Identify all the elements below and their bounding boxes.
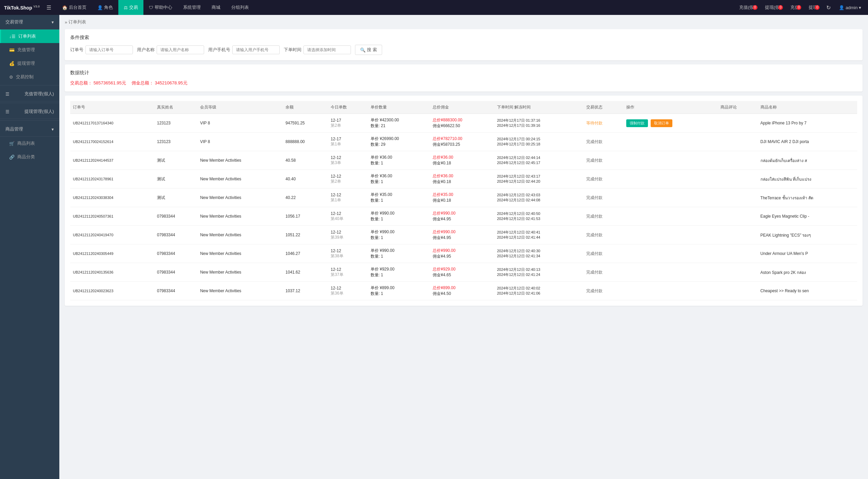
cancel-order-button[interactable]: 取消订单 (651, 119, 672, 127)
home-icon: 🏠 (62, 5, 67, 10)
cell-status: 完成付款 (584, 226, 623, 244)
col-total-commission: 总价佣金 (430, 101, 494, 114)
nav-item-shop[interactable]: 商城 (206, 0, 226, 15)
cell-real-name: 07983344 (154, 226, 197, 244)
cell-status: 完成付款 (584, 244, 623, 263)
cell-daily: 12-12第39单 (328, 226, 368, 244)
cell-total-commission: 总价¥990.00佣金¥4.95 (430, 207, 494, 226)
cell-daily: 12-12第2单 (328, 170, 368, 188)
sidebar-item-trade-control[interactable]: ⚙ 交易控制 (0, 70, 59, 84)
admin-btn[interactable]: 👤 admin ▾ (836, 5, 864, 10)
sidebar-item-product-list[interactable]: 🛒 商品列表 (0, 137, 59, 150)
cell-comment (718, 207, 757, 226)
username-input[interactable] (157, 45, 204, 54)
order-list-icon: ↓☰ (9, 34, 16, 39)
cell-time: 2024年12月12日 02:40:412024年12月12日 02:41:44 (494, 226, 584, 244)
table-body: UB24121170137164340 123123 VIP 8 947591.… (70, 114, 857, 300)
cell-vip: New Member Activities (197, 207, 283, 226)
cell-unit-qty: 单价 ¥42300.00数量: 21 (368, 114, 430, 133)
cell-balance: 40.22 (283, 188, 328, 207)
withdraw-btn[interactable]: 提现 0 (805, 4, 821, 11)
cell-actions (624, 263, 718, 282)
cell-unit-qty: 单价 ¥26990.00数量: 29 (368, 133, 430, 151)
phone-label: 用户手机号 (208, 47, 230, 53)
sidebar-group-withdraw-fake[interactable]: ☰ 提现管理(假人) (0, 104, 59, 119)
nav-item-role[interactable]: 👤 角色 (92, 0, 118, 15)
nav-item-system[interactable]: 系统管理 (178, 0, 206, 15)
cell-unit-qty: 单价 ¥990.00数量: 1 (368, 207, 430, 226)
cell-total-commission: 总价¥782710.00佣金¥58703.25 (430, 133, 494, 151)
sidebar-item-product-category[interactable]: 🔗 商品分类 (0, 150, 59, 164)
cell-time: 2024年12月12日 02:40:132024年12月12日 02:41:24 (494, 263, 584, 282)
cell-time: 2024年12月17日 01:37:162024年12月17日 01:39:16 (494, 114, 584, 133)
search-title: 条件搜索 (70, 35, 857, 41)
search-card: 条件搜索 订单号 用户名称 用户手机号 下单时间 (65, 29, 863, 60)
sidebar-divider-1 (0, 85, 59, 85)
nav-item-group[interactable]: 分组列表 (226, 0, 254, 15)
cell-actions (624, 207, 718, 226)
cell-unit-qty: 单价 ¥899.00数量: 1 (368, 282, 430, 300)
date-input[interactable] (303, 45, 351, 54)
cell-product: PEAK Lightning "ECS" รองๆ (758, 226, 857, 244)
search-button[interactable]: 🔍 搜 索 (355, 45, 382, 55)
cell-vip: New Member Activities (197, 263, 283, 282)
col-unit-qty: 单价数量 (368, 101, 430, 114)
phone-group: 用户手机号 (208, 45, 280, 54)
total-trade: 交易总额： 585736561.95元 (70, 80, 126, 86)
cell-unit-qty: 单价 ¥990.00数量: 1 (368, 244, 430, 263)
cell-order-id: UB24121120243038304 (70, 188, 154, 207)
list-icon-1: ☰ (5, 92, 9, 97)
withdraw-fake-btn[interactable]: 提现(假) 0 (762, 4, 785, 11)
cell-real-name: 123123 (154, 133, 197, 151)
nav-item-trade[interactable]: ⚖ 交易 (118, 0, 143, 15)
menu-toggle-icon[interactable]: ☰ (46, 4, 51, 11)
sidebar-group-product[interactable]: 商品管理 ▾ (0, 122, 59, 137)
cell-balance: 947591.25 (283, 114, 328, 133)
cell-vip: New Member Activities (197, 188, 283, 207)
search-icon: 🔍 (360, 47, 366, 53)
sidebar-group-recharge-fake[interactable]: ☰ 充值管理(假人) (0, 87, 59, 101)
cell-daily: 12-17第2单 (328, 114, 368, 133)
cell-order-id: UB24121170024152614 (70, 133, 154, 151)
order-id-input[interactable] (85, 45, 133, 54)
sidebar-item-withdraw-mgmt[interactable]: 💰 提现管理 (0, 57, 59, 70)
nav-right: 充值(假) 0 提现(假) 0 充值 0 提现 0 ↻ 👤 admin ▾ (736, 4, 864, 11)
phone-input[interactable] (232, 45, 280, 54)
cell-comment (718, 170, 757, 188)
recharge-mgmt-icon: 💳 (9, 47, 15, 53)
cell-actions (624, 188, 718, 207)
cell-status: 完成付款 (584, 170, 623, 188)
cell-balance: 40.40 (283, 170, 328, 188)
sidebar-group-trade[interactable]: 交易管理 ▾ (0, 15, 59, 29)
cell-product: TheTerrace ชั้นวางรองเท้า สัต (758, 188, 857, 207)
cell-product: Aston Spark pro 2K กล่อง (758, 263, 857, 282)
cell-comment (718, 263, 757, 282)
cell-product: DJI MAVIC AIR 2 DJI porta (758, 133, 857, 151)
sidebar: 交易管理 ▾ ↓☰ 订单列表 💳 充值管理 💰 提现管理 ⚙ 交易控制 ☰ 充值… (0, 15, 59, 479)
cell-status: 完成付款 (584, 151, 623, 170)
nav-item-help[interactable]: 🛡 帮助中心 (143, 0, 178, 15)
trade-icon: ⚖ (124, 5, 128, 10)
sidebar-divider-3 (0, 120, 59, 121)
cell-total-commission: 总价¥990.00佣金¥4.95 (430, 226, 494, 244)
table-row: UB24121120240305449 07983344 New Member … (70, 244, 857, 263)
cell-daily: 12-12第1单 (328, 188, 368, 207)
force-pay-button[interactable]: 强制付款 (626, 119, 648, 127)
cell-status: 完成付款 (584, 188, 623, 207)
cell-real-name: 07983344 (154, 263, 197, 282)
row-actions: 强制付款 取消订单 (626, 119, 715, 127)
stats-row: 交易总额： 585736561.95元 佣金总额： 345210678.95元 (70, 80, 857, 86)
sidebar-item-order-list[interactable]: ↓☰ 订单列表 (0, 29, 59, 43)
sidebar-item-recharge-mgmt[interactable]: 💳 充值管理 (0, 43, 59, 57)
table-row: UB24121120240135636 07983344 New Member … (70, 263, 857, 282)
refresh-btn[interactable]: ↻ (824, 4, 833, 11)
cell-comment (718, 133, 757, 151)
trade-control-icon: ⚙ (9, 75, 13, 80)
recharge-fake-btn[interactable]: 充值(假) 0 (736, 4, 759, 11)
nav-item-home[interactable]: 🏠 后台首页 (57, 0, 92, 15)
cell-time: 2024年12月12日 02:44:142024年12月12日 02:45:17 (494, 151, 584, 170)
recharge-btn[interactable]: 充值 0 (787, 4, 803, 11)
cell-status: 完成付款 (584, 282, 623, 300)
cell-daily: 12-12第40单 (328, 207, 368, 226)
product-list-icon: 🛒 (9, 141, 15, 146)
